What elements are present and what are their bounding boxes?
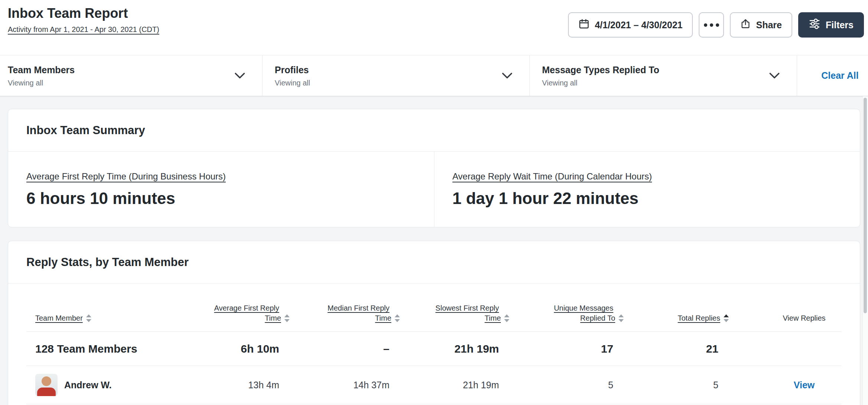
metric-value: 1 day 1 hour 22 minutes xyxy=(453,188,860,208)
metric-avg-first-reply-time: Average First Reply Time (During Busines… xyxy=(8,152,434,227)
filter-label: Message Types Replied To xyxy=(542,64,659,76)
filter-label: Profiles xyxy=(275,64,310,76)
date-range-label: 4/1/2021 – 4/30/2021 xyxy=(595,20,682,30)
scrollbar-thumb[interactable] xyxy=(864,98,867,313)
team-member-name: Andrew W. xyxy=(64,380,112,391)
reply-stats-card-title: Reply Stats, by Team Member xyxy=(26,256,189,269)
table-summary-row: 128 Team Members 6h 10m – 21h 19m 17 21 xyxy=(26,332,842,366)
table-row-andrew-w: Andrew W. 13h 4m 14h 37m 21h 19m 5 5 Vie… xyxy=(26,366,842,404)
main-content: Inbox Team Summary Average First Reply T… xyxy=(0,96,868,405)
summary-card-title: Inbox Team Summary xyxy=(26,124,145,137)
reply-stats-table: Team Member Average First Reply Time Med… xyxy=(26,284,842,405)
cell-median-first-reply-time: 14h 37m xyxy=(279,380,389,391)
sort-arrows-icon xyxy=(86,314,91,322)
cell-total-replies: 21 xyxy=(613,343,718,355)
column-header-median-first-reply-time[interactable]: Median First Reply Time xyxy=(279,303,389,323)
metric-label: Average Reply Wait Time (During Calendar… xyxy=(453,171,652,182)
sliders-icon xyxy=(809,18,820,32)
share-label: Share xyxy=(756,20,781,30)
filter-value: Viewing all xyxy=(8,78,75,87)
column-header-team-member[interactable]: Team Member xyxy=(26,313,208,323)
cell-slowest-first-reply-time: 21h 19m xyxy=(389,343,499,355)
filter-team-members[interactable]: Team Members Viewing all xyxy=(0,55,262,96)
more-options-button[interactable] xyxy=(699,12,724,38)
cell-avg-first-reply-time: 6h 10m xyxy=(208,343,279,355)
chevron-down-icon xyxy=(769,72,780,79)
cell-team-member: 128 Team Members xyxy=(26,343,208,355)
view-replies-link[interactable]: View xyxy=(794,380,815,390)
column-header-slowest-first-reply-time[interactable]: Slowest First Reply Time xyxy=(389,303,499,323)
calendar-icon xyxy=(578,18,590,32)
filter-label: Team Members xyxy=(8,64,75,76)
column-header-view-replies: View Replies xyxy=(718,313,842,323)
page-title: Inbox Team Report xyxy=(8,5,159,22)
metric-value: 6 hours 10 minutes xyxy=(26,188,434,208)
filter-value: Viewing all xyxy=(542,78,659,87)
filter-value: Viewing all xyxy=(275,78,310,87)
share-button[interactable]: Share xyxy=(730,12,792,38)
ellipsis-icon xyxy=(704,23,719,27)
metric-avg-reply-wait-time: Average Reply Wait Time (During Calendar… xyxy=(434,152,860,227)
filters-button[interactable]: Filters xyxy=(798,12,864,38)
cell-unique-messages-replied-to: 5 xyxy=(499,380,613,391)
toolbar-actions: 4/1/2021 – 4/30/2021 Share xyxy=(568,12,864,38)
column-header-avg-first-reply-time[interactable]: Average First Reply Time xyxy=(208,303,279,323)
clear-all-container: Clear All xyxy=(797,55,868,96)
cell-avg-first-reply-time: 13h 4m xyxy=(208,380,279,391)
cell-slowest-first-reply-time: 21h 19m xyxy=(389,380,499,391)
cell-unique-messages-replied-to: 17 xyxy=(499,343,613,355)
filter-message-types[interactable]: Message Types Replied To Viewing all xyxy=(530,55,797,96)
cell-total-replies: 5 xyxy=(613,380,718,391)
column-header-unique-messages-replied-to[interactable]: Unique Messages Replied To xyxy=(499,303,613,323)
page-subtitle: Activity from Apr 1, 2021 - Apr 30, 2021… xyxy=(8,25,159,34)
table-header-row: Team Member Average First Reply Time Med… xyxy=(26,284,842,332)
filters-label: Filters xyxy=(826,20,854,30)
share-icon xyxy=(740,19,751,31)
chevron-down-icon xyxy=(235,72,245,79)
cell-median-first-reply-time: – xyxy=(279,343,389,355)
chevron-down-icon xyxy=(502,72,512,79)
clear-all-link[interactable]: Clear All xyxy=(821,70,859,81)
reply-stats-card: Reply Stats, by Team Member Team Member … xyxy=(8,241,860,405)
avatar xyxy=(35,374,58,396)
title-block: Inbox Team Report Activity from Apr 1, 2… xyxy=(8,5,159,34)
top-bar: Inbox Team Report Activity from Apr 1, 2… xyxy=(0,0,868,55)
filter-bar: Team Members Viewing all Profiles Viewin… xyxy=(0,55,868,96)
metric-label: Average First Reply Time (During Busines… xyxy=(26,171,226,182)
column-header-total-replies[interactable]: Total Replies xyxy=(613,313,718,323)
filter-profiles[interactable]: Profiles Viewing all xyxy=(262,55,530,96)
inbox-team-summary-card: Inbox Team Summary Average First Reply T… xyxy=(8,109,860,227)
date-range-button[interactable]: 4/1/2021 – 4/30/2021 xyxy=(568,12,693,38)
